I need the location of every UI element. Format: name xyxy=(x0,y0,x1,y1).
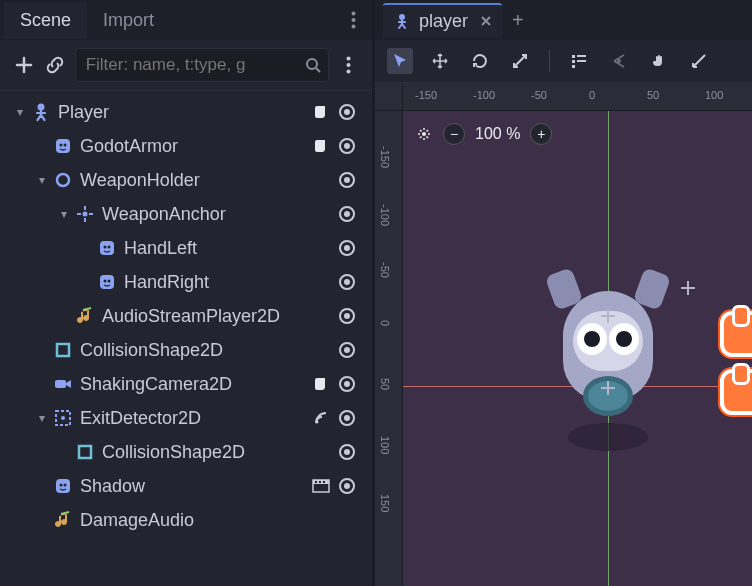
scene-dock-menu-icon[interactable] xyxy=(339,3,368,37)
transform-gizmo[interactable] xyxy=(603,383,613,393)
ruler-tick: 0 xyxy=(589,89,595,101)
tree-node-badges xyxy=(312,477,360,495)
scene-dock-tabs: Scene Import xyxy=(0,0,372,40)
pan-tool[interactable] xyxy=(646,48,672,74)
area-icon xyxy=(52,407,74,429)
close-tab-icon[interactable] xyxy=(480,15,492,27)
svg-point-27 xyxy=(108,246,111,249)
svg-point-32 xyxy=(108,280,111,283)
add-tab-button[interactable]: + xyxy=(502,9,534,32)
tree-node-godotarmor[interactable]: GodotArmor xyxy=(8,129,364,163)
script-icon[interactable] xyxy=(312,375,330,393)
add-node-button[interactable] xyxy=(12,51,35,79)
script-icon[interactable] xyxy=(312,137,330,155)
anim-icon[interactable] xyxy=(312,477,330,495)
svg-point-17 xyxy=(344,177,350,183)
visible-icon[interactable] xyxy=(338,137,356,155)
tree-node-weaponholder[interactable]: ▾WeaponHolder xyxy=(8,163,364,197)
visible-icon[interactable] xyxy=(338,477,356,495)
view-options-icon[interactable] xyxy=(415,125,433,143)
character-icon xyxy=(30,101,52,123)
svg-rect-37 xyxy=(57,344,69,356)
tree-node-audiostreamplayer2d[interactable]: AudioStreamPlayer2D xyxy=(8,299,364,333)
move-tool[interactable] xyxy=(427,48,453,74)
visible-icon[interactable] xyxy=(338,103,356,121)
lock-tool[interactable] xyxy=(606,48,632,74)
canvas-2d[interactable]: − 100 % + xyxy=(403,111,752,586)
tree-node-badges xyxy=(338,443,360,461)
visible-icon[interactable] xyxy=(338,307,356,325)
tree-node-exitdetector2d[interactable]: ▾ExitDetector2D xyxy=(8,401,364,435)
tab-import[interactable]: Import xyxy=(87,2,170,39)
tree-node-badges xyxy=(338,205,360,223)
svg-point-1 xyxy=(352,18,356,22)
svg-point-47 xyxy=(344,415,350,421)
visible-icon[interactable] xyxy=(338,375,356,393)
rotate-tool[interactable] xyxy=(467,48,493,74)
transform-gizmo[interactable] xyxy=(603,311,613,321)
visible-icon[interactable] xyxy=(338,409,356,427)
expand-icon[interactable]: ▾ xyxy=(56,207,72,221)
visible-icon[interactable] xyxy=(338,171,356,189)
zoom-out-button[interactable]: − xyxy=(443,123,465,145)
sprite-icon xyxy=(52,475,74,497)
visible-icon[interactable] xyxy=(338,239,356,257)
svg-rect-30 xyxy=(100,275,114,289)
svg-rect-56 xyxy=(315,481,317,483)
tree-node-handleft[interactable]: HandLeft xyxy=(8,231,364,265)
tree-node-shadow[interactable]: Shadow xyxy=(8,469,364,503)
tree-node-label: CollisionShape2D xyxy=(102,442,338,463)
player-sprite-preview[interactable] xyxy=(528,241,688,441)
collision-icon xyxy=(74,441,96,463)
visible-icon[interactable] xyxy=(338,443,356,461)
editor-panel: player + xyxy=(372,0,752,586)
svg-point-67 xyxy=(617,59,621,63)
svg-point-14 xyxy=(344,143,350,149)
svg-rect-25 xyxy=(100,241,114,255)
svg-rect-21 xyxy=(77,213,81,215)
visible-icon[interactable] xyxy=(338,205,356,223)
visible-icon[interactable] xyxy=(338,273,356,291)
visible-icon[interactable] xyxy=(338,341,356,359)
tree-node-collisionshape2d[interactable]: CollisionShape2D xyxy=(8,333,364,367)
svg-rect-48 xyxy=(79,446,91,458)
editor-tab-player[interactable]: player xyxy=(383,3,502,38)
svg-point-9 xyxy=(344,109,350,115)
viewport: -150-100-50050100 -150-100-50050100150 −… xyxy=(375,83,752,586)
tree-node-label: GodotArmor xyxy=(80,136,312,157)
tree-node-player[interactable]: ▾Player xyxy=(8,95,364,129)
tab-scene[interactable]: Scene xyxy=(4,2,87,39)
svg-point-36 xyxy=(344,313,350,319)
zoom-in-button[interactable]: + xyxy=(530,123,552,145)
zoom-level-label[interactable]: 100 % xyxy=(475,125,520,143)
selectable-list-tool[interactable] xyxy=(566,48,592,74)
tree-node-damageaudio[interactable]: DamageAudio xyxy=(8,503,364,537)
svg-point-2 xyxy=(352,25,356,29)
scale-tool[interactable] xyxy=(507,48,533,74)
tree-node-badges xyxy=(338,307,360,325)
select-tool[interactable] xyxy=(387,48,413,74)
zoom-controls: − 100 % + xyxy=(415,123,552,145)
expand-icon[interactable]: ▾ xyxy=(12,105,28,119)
tree-node-collisionshape2d[interactable]: CollisionShape2D xyxy=(8,435,364,469)
tree-node-badges xyxy=(312,409,360,427)
signal-icon[interactable] xyxy=(312,409,330,427)
script-icon[interactable] xyxy=(312,103,330,121)
svg-point-39 xyxy=(344,347,350,353)
tree-node-label: CollisionShape2D xyxy=(80,340,338,361)
svg-point-4 xyxy=(346,57,350,61)
tree-node-weaponanchor[interactable]: ▾WeaponAnchor xyxy=(8,197,364,231)
filter-nodes-input[interactable] xyxy=(75,48,329,82)
ruler-tick: -50 xyxy=(379,262,391,278)
ruler-tick: -150 xyxy=(415,89,437,101)
tree-node-shakingcamera2d[interactable]: ShakingCamera2D xyxy=(8,367,364,401)
tree-node-handright[interactable]: HandRight xyxy=(8,265,364,299)
expand-icon[interactable]: ▾ xyxy=(34,411,50,425)
scene-more-menu-icon[interactable] xyxy=(337,51,360,79)
svg-rect-66 xyxy=(572,65,575,68)
ruler-tool[interactable] xyxy=(686,48,712,74)
transform-gizmo[interactable] xyxy=(683,283,693,293)
tree-node-badges xyxy=(338,171,360,189)
expand-icon[interactable]: ▾ xyxy=(34,173,50,187)
link-scene-button[interactable] xyxy=(43,51,66,79)
